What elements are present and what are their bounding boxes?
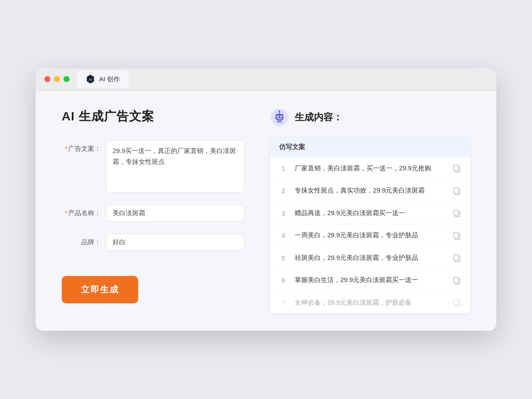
product-name-input[interactable]	[106, 205, 244, 222]
results-list: 1 厂家直销，美白淡斑霜，买一送一，29.9元抢购 2 专抹女性斑点，真实功效，…	[270, 157, 470, 314]
results-title: 生成内容：	[295, 111, 342, 124]
row-text: 祛斑美白，29.9元美白淡斑霜，专业护肤品	[295, 253, 445, 263]
ad-copy-label: *广告文案：	[62, 140, 101, 153]
ai-creation-tab[interactable]: AI AI 创作	[76, 70, 129, 88]
svg-rect-13	[454, 165, 459, 171]
ad-copy-input[interactable]	[106, 140, 244, 193]
row-text: 厂家直销，美白淡斑霜，买一送一，29.9元抢购	[295, 163, 445, 173]
right-panel: 生成内容： 仿写文案 1 厂家直销，美白淡斑霜，买一送一，29.9元抢购 2 专…	[270, 108, 470, 314]
copy-icon[interactable]	[452, 276, 462, 285]
tab-label: AI 创作	[99, 75, 120, 83]
product-name-group: *产品名称：	[62, 205, 244, 222]
copy-icon[interactable]	[452, 231, 462, 240]
svg-rect-11	[277, 120, 282, 123]
row-number: 3	[279, 209, 288, 217]
result-row: 1 厂家直销，美白淡斑霜，买一送一，29.9元抢购	[270, 157, 470, 180]
robot-icon	[270, 108, 289, 126]
svg-point-10	[279, 110, 280, 112]
product-name-label: *产品名称：	[62, 205, 101, 217]
row-number: 6	[279, 276, 288, 284]
row-number: 4	[279, 232, 288, 239]
close-button[interactable]	[44, 76, 50, 82]
results-header-area: 生成内容：	[270, 108, 470, 126]
brand-group: 品牌：	[62, 234, 244, 251]
svg-rect-25	[454, 299, 459, 305]
svg-rect-19	[454, 233, 459, 238]
traffic-lights	[44, 76, 70, 82]
main-layout: AI 生成广告文案 *广告文案： *产品名称：	[62, 108, 470, 314]
copy-icon[interactable]	[452, 163, 462, 173]
result-row: 3 赠品再送，29.9元美白淡斑霜买一送一	[270, 202, 470, 225]
svg-rect-23	[454, 277, 459, 283]
svg-rect-21	[454, 255, 459, 260]
result-row: 7 女神必备，29.9元美白淡斑霜，护肤必备	[270, 292, 470, 314]
row-number: 1	[279, 165, 288, 172]
copy-icon[interactable]	[452, 208, 462, 218]
copy-icon[interactable]	[452, 186, 462, 196]
svg-rect-15	[454, 188, 459, 193]
copy-icon[interactable]	[452, 298, 462, 307]
row-text: 掌握美白生活，29.9元美白淡斑霜买一送一	[295, 275, 445, 285]
browser-window: AI AI 创作 AI 生成广告文案 *广告文案： *产	[36, 68, 496, 331]
page-title: AI 生成广告文案	[62, 108, 244, 125]
results-table: 仿写文案 1 厂家直销，美白淡斑霜，买一送一，29.9元抢购 2 专抹女性斑点，…	[270, 137, 470, 314]
ai-tab-icon: AI	[85, 74, 96, 84]
svg-point-7	[281, 116, 282, 117]
results-table-header: 仿写文案	[270, 137, 470, 157]
browser-titlebar: AI AI 创作	[36, 68, 496, 91]
svg-rect-17	[454, 210, 459, 216]
generate-button[interactable]: 立即生成	[62, 276, 138, 303]
brand-input[interactable]	[106, 234, 244, 251]
row-text: 专抹女性斑点，真实功效，29.9元美白淡斑霜	[295, 186, 445, 196]
svg-text:AI: AI	[89, 77, 93, 82]
browser-content: AI 生成广告文案 *广告文案： *产品名称：	[36, 91, 496, 331]
row-number: 7	[279, 299, 288, 306]
svg-rect-8	[277, 118, 282, 119]
row-text: 女神必备，29.9元美白淡斑霜，护肤必备	[295, 298, 445, 308]
svg-point-6	[277, 116, 278, 117]
brand-label: 品牌：	[62, 234, 101, 246]
ad-copy-group: *广告文案：	[62, 140, 244, 193]
ad-copy-required: *	[65, 145, 67, 152]
result-row: 6 掌握美白生活，29.9元美白淡斑霜买一送一	[270, 269, 470, 292]
row-text: 一周美白，29.9元美白淡斑霜，专业护肤品	[295, 230, 445, 240]
result-row: 5 祛斑美白，29.9元美白淡斑霜，专业护肤品	[270, 247, 470, 269]
copy-icon[interactable]	[452, 253, 462, 263]
minimize-button[interactable]	[54, 76, 60, 82]
result-row: 2 专抹女性斑点，真实功效，29.9元美白淡斑霜	[270, 180, 470, 202]
row-number: 2	[279, 187, 288, 194]
left-panel: AI 生成广告文案 *广告文案： *产品名称：	[62, 108, 244, 303]
row-text: 赠品再送，29.9元美白淡斑霜买一送一	[295, 208, 445, 218]
row-number: 5	[279, 254, 288, 262]
product-name-required: *	[65, 209, 67, 216]
maximize-button[interactable]	[63, 76, 70, 82]
result-row: 4 一周美白，29.9元美白淡斑霜，专业护肤品	[270, 224, 470, 247]
